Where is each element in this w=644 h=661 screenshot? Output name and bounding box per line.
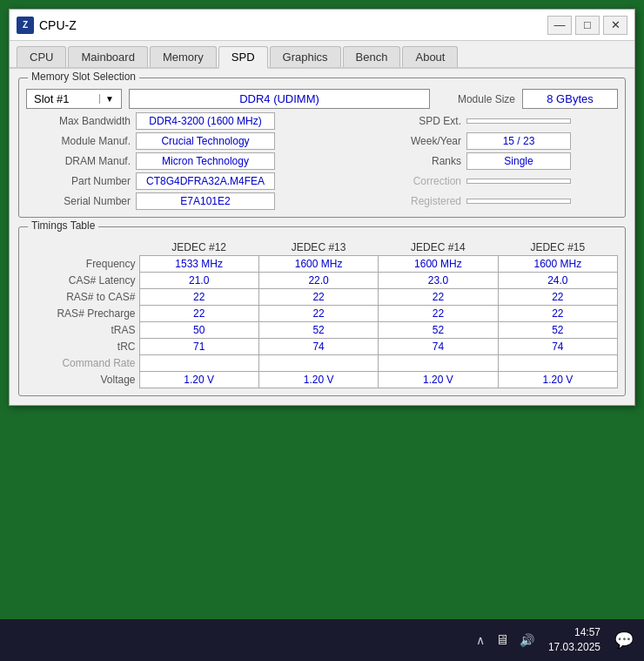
serial-number-label: Serial Number: [26, 195, 131, 207]
part-number-row: Part Number CT8G4DFRA32A.M4FEA Correctio…: [26, 172, 618, 190]
app-icon: Z: [17, 17, 34, 34]
dropdown-arrow-icon: ▼: [99, 94, 114, 104]
serial-number-value: E7A101E2: [136, 192, 275, 210]
tab-about[interactable]: About: [402, 46, 458, 67]
module-size-label: Module Size: [437, 93, 515, 105]
week-year-label: Week/Year: [392, 135, 461, 147]
timings-col-jedec13: JEDEC #13: [258, 239, 378, 256]
ranks-right: Ranks Single: [392, 152, 618, 170]
tab-bar: CPU Mainboard Memory SPD Graphics Bench …: [10, 41, 634, 69]
close-button[interactable]: ✕: [603, 16, 627, 35]
cpu-z-window: Z CPU-Z — □ ✕ CPU Mainboard Memory SPD G…: [9, 9, 635, 406]
network-icon: 🖥: [495, 632, 509, 648]
tab-mainboard[interactable]: Mainboard: [68, 46, 147, 67]
clock-time: 14:57: [548, 625, 600, 640]
timings-col-jedec12: JEDEC #12: [139, 239, 258, 256]
registered-label: Registered: [392, 195, 461, 207]
timings-col-jedec14: JEDEC #14: [379, 239, 498, 256]
week-year-right: Week/Year 15 / 23: [392, 132, 618, 150]
module-manuf-row: Module Manuf. Crucial Technology Week/Ye…: [26, 132, 618, 150]
week-year-value: 15 / 23: [466, 132, 571, 150]
serial-number-row: Serial Number E7A101E2 Registered: [26, 192, 618, 210]
dram-manuf-left: DRAM Manuf. Micron Technology: [26, 152, 392, 170]
max-bandwidth-label: Max Bandwidth: [26, 115, 131, 127]
max-bandwidth-value: DDR4-3200 (1600 MHz): [136, 112, 275, 130]
part-number-label: Part Number: [26, 175, 131, 187]
clock-date: 17.03.2025: [548, 640, 600, 655]
slot-label: Slot #1: [34, 92, 69, 105]
ranks-label: Ranks: [392, 155, 461, 167]
title-left: Z CPU-Z: [17, 17, 77, 34]
maximize-button[interactable]: □: [575, 16, 600, 35]
window-title: CPU-Z: [39, 18, 77, 32]
tab-graphics[interactable]: Graphics: [270, 46, 341, 67]
module-type-value: DDR4 (UDIMM): [129, 89, 430, 109]
serial-number-left: Serial Number E7A101E2: [26, 192, 392, 210]
title-bar: Z CPU-Z — □ ✕: [10, 10, 634, 41]
max-bandwidth-left: Max Bandwidth DDR4-3200 (1600 MHz): [26, 112, 392, 130]
spd-ext-value: [466, 118, 571, 124]
timings-table: JEDEC #12 JEDEC #13 JEDEC #14 JEDEC #15 …: [26, 239, 618, 388]
memory-slot-group: Memory Slot Selection Slot #1 ▼ DDR4 (UD…: [18, 78, 626, 218]
ranks-value: Single: [466, 152, 571, 170]
part-number-left: Part Number CT8G4DFRA32A.M4FEA: [26, 172, 392, 190]
top-info-row: Slot #1 ▼ DDR4 (UDIMM) Module Size 8 GBy…: [26, 89, 618, 109]
memory-slot-group-title: Memory Slot Selection: [28, 71, 139, 83]
taskbar: ∧ 🖥 🔊 14:57 17.03.2025 💬: [0, 619, 644, 661]
module-manuf-label: Module Manuf.: [26, 135, 131, 147]
tab-spd[interactable]: SPD: [218, 46, 268, 69]
main-content: Memory Slot Selection Slot #1 ▼ DDR4 (UD…: [10, 69, 634, 405]
tab-memory[interactable]: Memory: [150, 46, 217, 67]
module-manuf-left: Module Manuf. Crucial Technology: [26, 132, 392, 150]
title-controls: — □ ✕: [547, 16, 627, 35]
correction-label: Correction: [392, 175, 461, 187]
system-tray: ∧ 🖥 🔊: [476, 632, 534, 648]
registered-value: [466, 199, 571, 204]
max-bandwidth-row: Max Bandwidth DDR4-3200 (1600 MHz) SPD E…: [26, 112, 618, 130]
clock: 14:57 17.03.2025: [548, 625, 600, 655]
part-number-value: CT8G4DFRA32A.M4FEA: [136, 172, 275, 190]
chevron-up-icon[interactable]: ∧: [476, 633, 485, 647]
dram-manuf-label: DRAM Manuf.: [26, 155, 131, 167]
tab-bench[interactable]: Bench: [343, 46, 401, 67]
dram-manuf-value: Micron Technology: [136, 152, 275, 170]
timings-group: Timings Table JEDEC #12 JEDEC #13 JEDEC …: [18, 226, 626, 396]
module-size-value: 8 GBytes: [522, 89, 618, 109]
module-manuf-value: Crucial Technology: [136, 132, 275, 150]
timings-col-jedec15: JEDEC #15: [498, 239, 617, 256]
minimize-button[interactable]: —: [547, 16, 572, 35]
correction-right: Correction: [392, 175, 618, 187]
slot-dropdown[interactable]: Slot #1 ▼: [26, 89, 122, 109]
correction-value: [466, 179, 571, 184]
registered-right: Registered: [392, 195, 618, 207]
volume-icon: 🔊: [520, 633, 534, 647]
spd-ext-label: SPD Ext.: [392, 115, 461, 127]
dram-manuf-row: DRAM Manuf. Micron Technology Ranks Sing…: [26, 152, 618, 170]
timings-group-title: Timings Table: [28, 219, 98, 232]
notification-icon[interactable]: 💬: [614, 631, 634, 650]
timings-col-label: [26, 239, 139, 256]
spd-ext-right: SPD Ext.: [392, 115, 618, 127]
tab-cpu[interactable]: CPU: [17, 46, 66, 67]
